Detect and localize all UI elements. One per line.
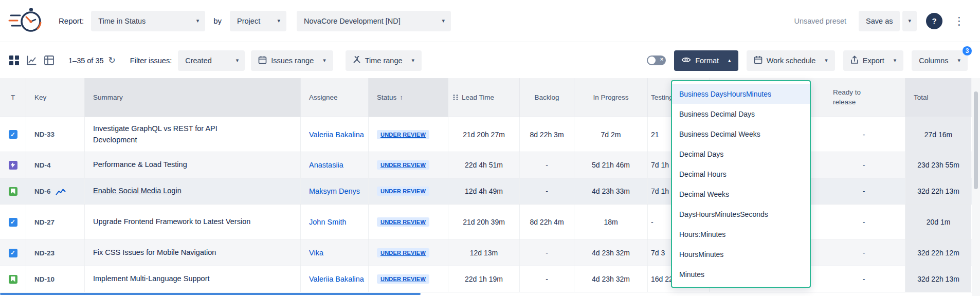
header-type[interactable]: T <box>0 78 26 117</box>
format-option[interactable]: DaysHoursMinutesSeconds <box>672 204 810 224</box>
cell-summary: Performance & Load Testing <box>85 152 301 178</box>
cell-total: 27d 16m <box>905 117 971 152</box>
assignee-link[interactable]: Valeriia Bakalina <box>309 131 364 139</box>
table-row[interactable]: ND-23 Fix CSS Issues for Mobile Navigati… <box>0 240 972 266</box>
status-badge[interactable]: UNDER REVIEW <box>377 217 429 227</box>
header-testing-label: Testing <box>651 94 673 101</box>
refresh-icon[interactable]: ↻ <box>108 55 116 66</box>
header-status[interactable]: Status ↑ <box>369 78 448 117</box>
work-schedule-button[interactable]: Work schedule ▾ <box>747 50 835 71</box>
columns-count-badge: 3 <box>962 46 972 56</box>
cell-type <box>0 205 26 239</box>
issue-key[interactable]: ND-10 <box>34 275 55 283</box>
header-summary[interactable]: Summary <box>85 78 301 117</box>
cell-in-progress: 5d 21h 46m <box>574 152 648 178</box>
format-option[interactable]: Business Decimal Weeks <box>672 124 810 144</box>
cell-ready-to-release: - <box>823 152 905 178</box>
vertical-scrollbar[interactable] <box>972 78 980 296</box>
in-progress-value: 4d 23h 32m <box>592 249 630 257</box>
grid-view-icon[interactable] <box>9 55 19 65</box>
issue-chart-icon[interactable] <box>56 188 66 195</box>
assignee-link[interactable]: Maksym Denys <box>309 187 360 195</box>
project-value: NovaCore Development [ND] <box>304 17 401 25</box>
pivot-view-icon[interactable] <box>44 55 54 65</box>
format-option[interactable]: Decimal Hours <box>672 164 810 184</box>
format-option[interactable]: HoursMinutes <box>672 244 810 264</box>
testing-value: - <box>651 218 654 226</box>
format-option[interactable]: Minutes <box>672 264 810 284</box>
format-option[interactable]: Business Decimal Days <box>672 104 810 124</box>
filter-field-select[interactable]: Created ▾ <box>178 50 245 71</box>
header-backlog[interactable]: Backlog <box>520 78 574 117</box>
format-option[interactable]: Business DaysHoursMinutes <box>672 84 810 104</box>
chevron-down-icon: ▾ <box>442 18 445 24</box>
group-by-select[interactable]: Project ▾ <box>230 11 286 31</box>
assignee-link[interactable]: Valeriia Bakalina <box>309 275 364 283</box>
issue-summary: Upgrade Frontend Framework to Latest Ver… <box>93 216 250 227</box>
time-range-button[interactable]: Time range ▾ <box>346 50 422 71</box>
more-menu-button[interactable]: ⋮ <box>951 13 968 29</box>
table-row[interactable]: ND-10 Implement Multi-Language Support V… <box>0 266 972 292</box>
header-key[interactable]: Key <box>26 78 85 117</box>
assignee-link[interactable]: John Smith <box>309 218 347 226</box>
chart-view-icon[interactable] <box>27 55 37 65</box>
issues-range-button[interactable]: Issues range ▾ <box>251 50 333 71</box>
issue-summary: Investigate GraphQL vs REST for API Deve… <box>93 123 253 145</box>
in-progress-value: 4d 23h 32m <box>592 275 630 283</box>
status-badge[interactable]: UNDER REVIEW <box>377 130 429 139</box>
issue-key[interactable]: ND-23 <box>34 249 55 257</box>
table-row[interactable]: ND-27 Upgrade Frontend Framework to Late… <box>0 205 972 240</box>
cell-assignee: Vika <box>301 240 369 266</box>
header-ready-to-release[interactable]: Ready to release <box>823 78 905 117</box>
save-as-button[interactable]: Save as <box>859 11 900 31</box>
report-type-select[interactable]: Time in Status ▾ <box>91 11 205 31</box>
columns-button[interactable]: Columns ▾ 3 <box>912 50 968 71</box>
format-option[interactable]: Decimal Weeks <box>672 184 810 204</box>
assignee-link[interactable]: Vika <box>309 249 323 257</box>
issue-key[interactable]: ND-6 <box>34 188 51 195</box>
header-total[interactable]: Total <box>905 78 971 117</box>
assignee-link[interactable]: Anastasiia <box>309 161 343 169</box>
project-select[interactable]: NovaCore Development [ND] ▾ <box>297 11 451 31</box>
table-row[interactable]: ND-33 Investigate GraphQL vs REST for AP… <box>0 117 972 152</box>
format-option[interactable]: Decimal Days <box>672 144 810 164</box>
by-label: by <box>213 16 222 25</box>
cell-backlog: 8d 22h 3m <box>520 117 574 152</box>
issue-key[interactable]: ND-27 <box>34 218 55 226</box>
ready-to-release-value: - <box>863 161 865 169</box>
header-key-label: Key <box>34 94 46 101</box>
vertical-scrollbar-thumb[interactable] <box>974 91 978 189</box>
status-badge[interactable]: UNDER REVIEW <box>377 187 429 196</box>
filter-issues-label: Filter issues: <box>130 57 172 65</box>
table-row[interactable]: ND-6 Enable Social Media Login Maksym De… <box>0 178 972 205</box>
header-lead-time[interactable]: Lead Time <box>448 78 520 117</box>
export-button[interactable]: Export ▾ <box>843 50 903 71</box>
ready-to-release-value: - <box>863 131 865 139</box>
cell-key: ND-23 <box>26 240 85 266</box>
issue-summary-link[interactable]: Enable Social Media Login <box>93 186 182 196</box>
help-button[interactable]: ? <box>926 13 942 29</box>
header-assignee[interactable]: Assignee <box>301 78 369 117</box>
header-in-progress-label: In Progress <box>593 94 628 101</box>
format-option[interactable]: Hours:Minutes <box>672 224 810 244</box>
horizontal-scrollbar-thumb[interactable] <box>0 293 421 295</box>
issue-key[interactable]: ND-4 <box>34 161 51 169</box>
cell-ready-to-release: - <box>823 205 905 239</box>
table-row[interactable]: ND-4 Performance & Load Testing Anastasi… <box>0 152 972 178</box>
cell-status: UNDER REVIEW <box>369 152 448 178</box>
cell-lead-time: 22d 4h 51m <box>448 152 520 178</box>
chevron-down-icon: ▾ <box>957 58 960 63</box>
empty-columns-toggle[interactable]: × <box>647 55 666 65</box>
in-progress-value: 4d 23h 33m <box>592 187 630 195</box>
drag-handle-icon[interactable] <box>452 94 459 101</box>
format-button[interactable]: Format ▴ <box>674 50 738 71</box>
cell-in-progress: 4d 23h 33m <box>574 178 648 204</box>
header-in-progress[interactable]: In Progress <box>574 78 648 117</box>
status-badge[interactable]: UNDER REVIEW <box>377 274 429 284</box>
backlog-value: - <box>546 275 548 283</box>
status-badge[interactable]: UNDER REVIEW <box>377 160 429 170</box>
issue-key[interactable]: ND-33 <box>34 131 55 138</box>
status-badge[interactable]: UNDER REVIEW <box>377 248 429 257</box>
save-as-menu-button[interactable]: ▾ <box>902 11 917 31</box>
report-type-value: Time in Status <box>98 17 146 25</box>
